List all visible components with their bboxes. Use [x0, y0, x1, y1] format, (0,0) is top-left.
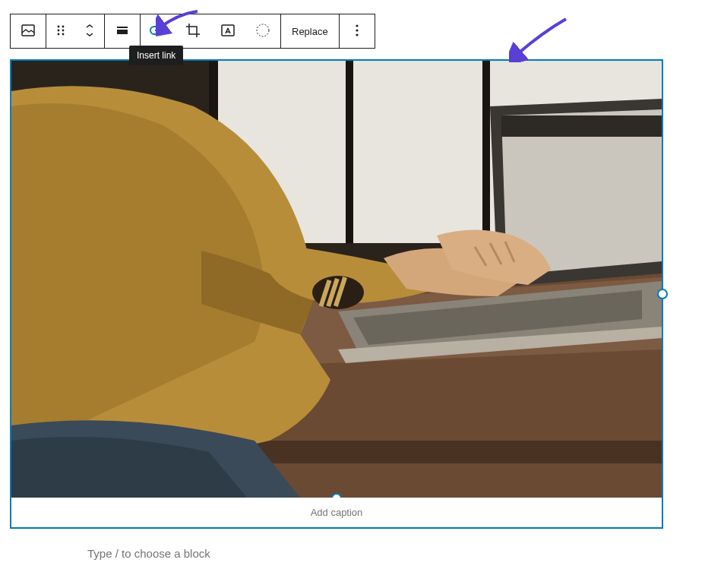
paragraph-placeholder[interactable]: Type / to choose a block: [87, 547, 210, 560]
duotone-button[interactable]: [245, 14, 280, 48]
more-options-button[interactable]: [340, 14, 375, 48]
svg-point-5: [58, 33, 60, 35]
text-overlay-button[interactable]: [210, 14, 245, 48]
block-type-button[interactable]: [11, 14, 46, 48]
svg-rect-10: [222, 25, 234, 36]
caption-input[interactable]: Add caption: [11, 498, 662, 527]
insert-link-tooltip: Insert link: [129, 46, 183, 65]
more-vertical-icon: [348, 21, 366, 42]
svg-rect-18: [346, 61, 353, 243]
svg-point-6: [62, 33, 65, 35]
move-button[interactable]: [75, 14, 104, 48]
svg-point-3: [58, 29, 60, 31]
image-content: [11, 61, 662, 498]
move-arrows-icon: [81, 21, 99, 42]
svg-point-11: [257, 24, 269, 36]
svg-rect-7: [117, 27, 128, 28]
svg-point-14: [356, 33, 358, 36]
svg-point-13: [356, 29, 358, 31]
svg-rect-8: [117, 30, 128, 34]
svg-rect-25: [501, 115, 662, 137]
replace-label: Replace: [292, 26, 328, 37]
resize-handle-right[interactable]: [657, 289, 668, 299]
image-block[interactable]: Add caption: [10, 59, 663, 529]
replace-button[interactable]: Replace: [281, 14, 339, 48]
duotone-icon: [254, 21, 272, 42]
text-overlay-icon: [219, 21, 237, 42]
align-button[interactable]: [105, 14, 140, 48]
drag-handle-button[interactable]: [46, 14, 75, 48]
image-area[interactable]: [11, 61, 662, 498]
svg-point-1: [58, 25, 60, 27]
drag-handle-icon: [52, 21, 70, 42]
image-icon: [19, 21, 37, 42]
svg-point-12: [356, 24, 358, 27]
annotation-arrow-icon: [509, 17, 570, 62]
align-icon: [113, 21, 131, 42]
svg-point-4: [62, 29, 65, 31]
svg-rect-0: [22, 25, 34, 36]
annotation-arrow-icon: [156, 8, 201, 41]
svg-rect-19: [482, 61, 490, 243]
svg-point-2: [62, 25, 65, 27]
